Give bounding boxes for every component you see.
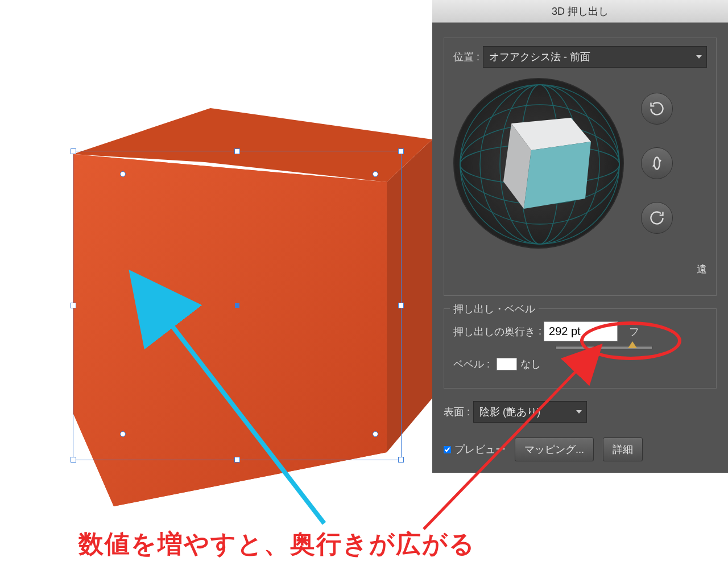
bevel-swatch[interactable] <box>497 358 517 370</box>
svg-marker-3 <box>73 154 387 506</box>
depth-slider[interactable] <box>556 346 652 349</box>
preview-label: プレビュー <box>454 443 506 456</box>
section-legend: 押し出し・ベベル <box>450 302 539 316</box>
svg-marker-13 <box>524 142 591 209</box>
surface-dropdown[interactable]: 陰影 (艶あり) <box>473 401 587 423</box>
position-dropdown[interactable]: オフアクシス法 - 前面 <box>483 46 707 68</box>
extrude-bevel-section: 押し出し・ベベル 押し出しの奥行き : フ ベベル : なし <box>444 308 717 389</box>
svg-point-14 <box>654 158 659 170</box>
surface-value: 陰影 (艶あり) <box>479 406 540 418</box>
orientation-trackball[interactable] <box>453 78 624 249</box>
canvas-area[interactable] <box>0 0 432 578</box>
rotate-y-button[interactable] <box>641 147 673 179</box>
slider-thumb-icon[interactable] <box>628 341 637 348</box>
depth-label: 押し出しの奥行き <box>453 325 535 338</box>
perspective-label: 遠 <box>453 262 707 276</box>
position-value: オフアクシス法 - 前面 <box>489 51 590 63</box>
orange-cube-object[interactable] <box>40 108 438 506</box>
surface-label: 表面 : <box>444 405 470 419</box>
bevel-label: ベベル : <box>453 357 490 371</box>
rotate-z-button[interactable] <box>641 202 673 234</box>
mapping-button[interactable]: マッピング... <box>515 437 594 461</box>
details-button[interactable]: 詳細 <box>603 437 643 461</box>
preview-checkbox[interactable]: プレビュー <box>444 443 506 456</box>
extrude-depth-input[interactable] <box>544 321 618 341</box>
depth-extra-label: フ <box>629 325 639 338</box>
chevron-down-icon <box>696 55 702 59</box>
position-label: 位置 : <box>453 50 479 64</box>
extrude-dialog: 3D 押し出し 位置 : オフアクシス法 - 前面 <box>432 0 728 473</box>
chevron-down-icon <box>576 410 582 414</box>
dialog-title: 3D 押し出し <box>432 0 728 23</box>
bevel-value: なし <box>520 357 541 371</box>
rotate-x-button[interactable] <box>641 93 673 125</box>
annotation-caption: 数値を増やすと、奥行きが広がる <box>78 527 475 561</box>
svg-marker-0 <box>387 139 432 452</box>
